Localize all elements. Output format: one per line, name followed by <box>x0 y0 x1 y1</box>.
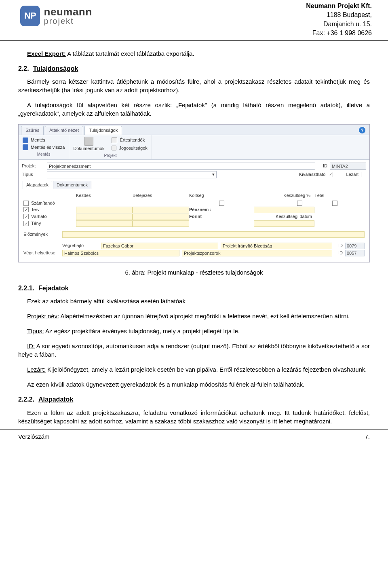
id-value-2: 0057 <box>345 250 365 256</box>
lezart-label: Lezárt <box>346 171 358 178</box>
section-2-2-1-heading: 2.2.1.Fejadatok <box>18 284 370 293</box>
row-varhato: Várható Forint Készültségi dátum <box>23 214 365 220</box>
company-info: Neumann Projekt Kft. 1188 Budapest, Damj… <box>306 2 372 38</box>
section-2-2-title: Tulajdonságok <box>33 65 78 72</box>
save-back-button[interactable]: Mentés és vissza <box>23 144 65 150</box>
lezart-checkbox[interactable] <box>361 172 366 177</box>
grid-area: Kezdés Befejezés Költség Készültség % Té… <box>22 189 366 259</box>
vegrhely-input[interactable]: Halmos Szabolcs <box>62 250 179 256</box>
ribbon-group-projekt: Dokumentumok Értesítendők Jogosultságok … <box>69 135 152 159</box>
terv-keszultseg-input[interactable] <box>254 207 314 213</box>
save-back-icon <box>23 144 28 150</box>
paragraph-tipus: Típus: Az egész projektfára érvényes tul… <box>18 327 370 335</box>
tab-attekinto[interactable]: Áttekintő nézet <box>45 126 83 135</box>
tipus-label: Típus <box>22 171 44 178</box>
terv-label: Terv <box>31 207 40 213</box>
teny-checkbox[interactable] <box>23 221 29 226</box>
page-header: NP neumann projekt Neumann Projekt Kft. … <box>0 0 388 41</box>
section-2-2-2-heading: 2.2.2.Alapadatok <box>18 395 370 404</box>
varhato-checkbox[interactable] <box>23 214 29 219</box>
teny-keszdatum-input[interactable] <box>254 220 314 227</box>
projekt-input[interactable]: Projektmenedzsment <box>47 163 315 170</box>
lock-icon <box>112 146 116 150</box>
help-icon[interactable]: ? <box>359 127 365 133</box>
szamitando-koltseg-checkbox[interactable] <box>219 201 224 206</box>
paragraph-3: Ezek az adatok bármely alfül kiválasztás… <box>18 297 370 305</box>
ribbon-group-mentes: Mentés Mentés és vissza Mentés <box>19 135 69 159</box>
tipus-dropdown[interactable]: ▾ <box>47 171 217 178</box>
form-area: Projekt Projektmenedzsment ID MINTA2 Típ… <box>19 160 369 262</box>
varhato-kezdes-input[interactable] <box>76 214 133 220</box>
vegrehajto-label: Végrehajtó <box>62 243 99 249</box>
documents-icon <box>84 137 93 146</box>
teny-kezdes-input[interactable] <box>76 220 133 227</box>
ribbon: Mentés Mentés és vissza Mentés Dokumentu… <box>19 135 369 159</box>
vegrhely-label: Végr. helyettese <box>23 250 60 256</box>
ertesitendok-label: Értesítendők <box>120 137 145 143</box>
logo-badge: NP <box>20 6 40 26</box>
szponzor-input[interactable]: Projektszponzorok <box>182 250 332 256</box>
documents-button[interactable]: Dokumentumok <box>73 146 104 152</box>
elozmenyek-input[interactable] <box>62 231 365 238</box>
id-label: ID <box>318 163 327 169</box>
terv-befejezes-input[interactable] <box>133 207 189 213</box>
subtab-alapadatok[interactable]: Alapadatok <box>23 181 52 189</box>
logo-text-2: projekt <box>44 17 92 25</box>
terv-kezdes-input[interactable] <box>76 207 133 213</box>
save-icon <box>23 137 28 143</box>
keszultsegi-datum-label: Készültségi dátum <box>254 214 314 220</box>
id-label-1: ID <box>335 243 343 249</box>
paragraph-lezart: Lezárt: Kijelölőnégyzet, amely a lezárt … <box>18 365 370 374</box>
lezart-label-p: Lezárt: <box>27 366 46 373</box>
col-kezdes: Kezdés <box>76 192 133 199</box>
ertesitendok-button[interactable]: Értesítendők <box>112 137 147 143</box>
penznem-value: Forint <box>189 214 254 219</box>
section-2-2-1-num: 2.2.1. <box>18 285 34 292</box>
footer-left: Verziószám <box>18 432 50 441</box>
col-tetel: Tétel <box>314 192 355 199</box>
company-addr1: 1188 Budapest, <box>306 11 372 19</box>
company-fax: Fax: +36 1 998 0626 <box>306 29 372 38</box>
kivalaszthato-label: Kiválasztható <box>299 171 325 178</box>
subtab-dokumentumok[interactable]: Dokumentumok <box>53 181 91 189</box>
logo-text-1: neumann <box>44 6 92 17</box>
tab-szures[interactable]: Szűrés <box>21 126 44 135</box>
section-2-2-2-title: Alapadatok <box>38 396 73 403</box>
teny-befejezes-input[interactable] <box>133 220 189 227</box>
varhato-label: Várható <box>31 214 47 220</box>
col-befejezes: Befejezés <box>133 192 189 199</box>
content: Excel Export: A táblázat tartalmát excel… <box>0 41 388 425</box>
szamitando-keszultseg-checkbox[interactable] <box>297 201 302 206</box>
paragraph-2: A tulajdonságok fül alapvetően két részr… <box>18 101 370 118</box>
terv-checkbox[interactable] <box>23 207 29 212</box>
row-szamitando: Számítandó <box>23 200 365 206</box>
col-koltseg: Költség <box>189 192 254 199</box>
bizottsag-input[interactable]: Projekt Irányító Bizottság <box>221 243 332 249</box>
figure-caption: 6. ábra: Projekt munkalap - részletes tu… <box>18 268 370 277</box>
main-tabs: Szűrés Áttekintő nézet Tulajdonságok ? <box>19 125 369 135</box>
id-value-1: 0079 <box>345 243 365 249</box>
ribbon-group-label-projekt: Projekt <box>73 153 147 159</box>
jogosultsagok-button[interactable]: Jogosultságok <box>112 145 147 151</box>
section-2-2-2-num: 2.2.2. <box>18 396 34 403</box>
varhato-befejezes-input[interactable] <box>133 214 189 220</box>
section-2-2-1-title: Fejadatok <box>38 285 69 292</box>
paragraph-id: ID: A sor egyedi azonosítója, automatiku… <box>18 342 370 359</box>
szamitando-label: Számítandó <box>31 200 55 206</box>
vegrehajto-input[interactable]: Fazekas Gábor <box>101 243 218 249</box>
sub-tabs: Alapadatok Dokumentumok <box>22 181 366 189</box>
tab-tulajdonsagok[interactable]: Tulajdonságok <box>84 126 122 135</box>
tipus-label-p: Típus: <box>27 328 44 334</box>
save-button[interactable]: Mentés <box>23 137 45 143</box>
szamitando-tetel-checkbox[interactable] <box>332 201 337 206</box>
szamitando-checkbox[interactable] <box>23 201 29 206</box>
kivalaszthato-checkbox[interactable] <box>328 172 333 177</box>
excel-export-paragraph: Excel Export: A táblázat tartalmát excel… <box>18 49 370 58</box>
mail-icon <box>112 137 117 143</box>
paragraph-projektnev: Projekt név: Alapértelmezésben az újonna… <box>18 312 370 320</box>
projektnev-label: Projekt név: <box>27 313 59 319</box>
section-2-2-num: 2.2. <box>18 65 29 72</box>
company-name: Neumann Projekt Kft. <box>306 2 372 11</box>
paragraph-8: Az ezen kívüli adatok úgynevezett gyerek… <box>18 380 370 389</box>
projekt-label: Projekt <box>22 163 44 169</box>
